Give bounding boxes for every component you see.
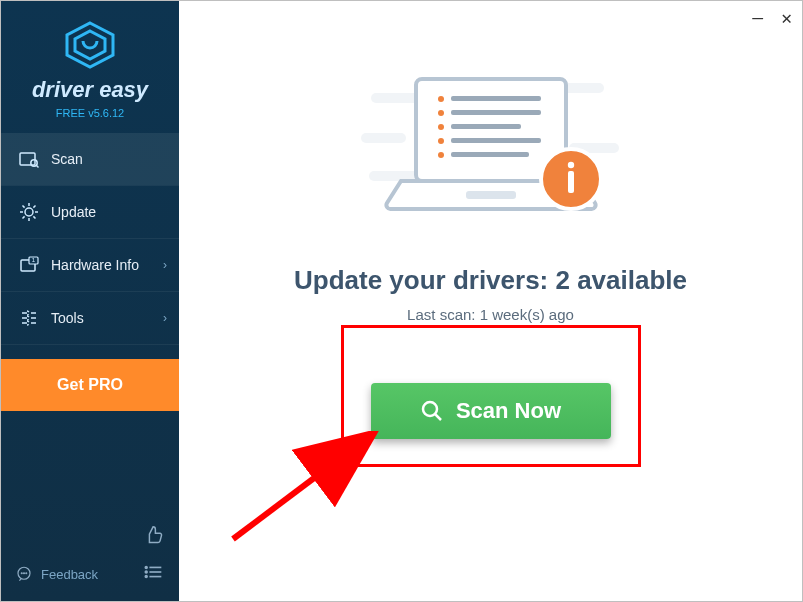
svg-point-25 xyxy=(145,571,147,573)
sidebar-item-hardware-info[interactable]: 1 Hardware Info › xyxy=(1,239,179,291)
svg-line-12 xyxy=(23,216,25,218)
feedback-label: Feedback xyxy=(41,567,98,582)
svg-point-47 xyxy=(423,402,437,416)
minimize-button[interactable]: — xyxy=(752,7,763,28)
get-pro-label: Get PRO xyxy=(57,376,123,394)
window-controls: — ✕ xyxy=(752,7,792,28)
svg-point-24 xyxy=(145,567,147,569)
sidebar-item-label: Tools xyxy=(51,310,84,326)
main-content: — ✕ xyxy=(179,1,802,601)
scan-now-label: Scan Now xyxy=(456,398,561,424)
svg-rect-40 xyxy=(451,138,541,143)
svg-point-33 xyxy=(438,96,444,102)
svg-line-4 xyxy=(36,165,38,167)
sidebar-item-label: Scan xyxy=(51,151,83,167)
brand-name: driver easy xyxy=(1,77,179,103)
feedback-icon xyxy=(15,565,33,583)
svg-rect-43 xyxy=(466,191,516,199)
svg-point-35 xyxy=(438,110,444,116)
svg-point-41 xyxy=(438,152,444,158)
svg-point-45 xyxy=(567,162,573,168)
svg-point-18 xyxy=(21,573,22,574)
brand-block: driver easy FREE v5.6.12 xyxy=(1,1,179,127)
nav: Scan Update 1 Hardware Info › xyxy=(1,133,179,515)
sidebar-item-label: Hardware Info xyxy=(51,257,139,273)
close-button[interactable]: ✕ xyxy=(781,7,792,28)
tools-icon xyxy=(17,308,41,328)
svg-point-39 xyxy=(438,138,444,144)
sidebar: driver easy FREE v5.6.12 Scan Update 1 xyxy=(1,1,179,601)
laptop-illustration xyxy=(361,71,621,235)
headline: Update your drivers: 2 available xyxy=(294,265,687,296)
svg-line-13 xyxy=(33,206,35,208)
get-pro-button[interactable]: Get PRO xyxy=(1,359,179,411)
sidebar-footer: Feedback xyxy=(1,515,179,601)
gear-icon xyxy=(17,202,41,222)
scan-icon xyxy=(17,149,41,169)
svg-line-10 xyxy=(23,206,25,208)
svg-line-48 xyxy=(435,414,441,420)
chevron-right-icon: › xyxy=(163,311,167,325)
svg-point-37 xyxy=(438,124,444,130)
sidebar-item-label: Update xyxy=(51,204,96,220)
svg-point-19 xyxy=(24,573,25,574)
app-logo-icon xyxy=(63,21,117,69)
chevron-right-icon: › xyxy=(163,258,167,272)
svg-rect-2 xyxy=(20,153,35,165)
last-scan-text: Last scan: 1 week(s) ago xyxy=(407,306,574,323)
svg-rect-29 xyxy=(361,133,406,143)
svg-rect-36 xyxy=(451,110,541,115)
brand-version: FREE v5.6.12 xyxy=(1,107,179,119)
svg-rect-42 xyxy=(451,152,529,157)
svg-point-5 xyxy=(25,208,33,216)
list-icon[interactable] xyxy=(143,561,165,587)
svg-rect-38 xyxy=(451,124,521,129)
svg-point-26 xyxy=(145,576,147,578)
sidebar-item-scan[interactable]: Scan xyxy=(1,133,179,185)
hardware-info-icon: 1 xyxy=(17,255,41,275)
svg-marker-1 xyxy=(75,31,105,59)
sidebar-item-update[interactable]: Update xyxy=(1,186,179,238)
svg-rect-46 xyxy=(568,171,574,193)
search-icon xyxy=(420,399,444,423)
thumbs-up-icon[interactable] xyxy=(143,525,165,551)
sidebar-item-tools[interactable]: Tools › xyxy=(1,292,179,344)
svg-rect-34 xyxy=(451,96,541,101)
feedback-button[interactable]: Feedback xyxy=(15,565,98,583)
svg-line-11 xyxy=(33,216,35,218)
scan-now-button[interactable]: Scan Now xyxy=(371,383,611,439)
svg-point-20 xyxy=(26,573,27,574)
